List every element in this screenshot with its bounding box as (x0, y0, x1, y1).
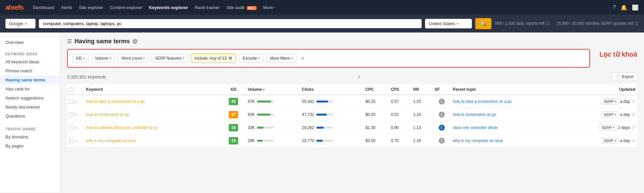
table-row: + how to screenshot on pc 47 92K 47,731 … (67, 108, 637, 121)
rr-value: 1.13 (411, 121, 433, 134)
top-nav: ahrefs Dashboard Alerts Site explorer Co… (0, 0, 644, 15)
search-button[interactable]: 🔍 (475, 18, 491, 29)
col-kd: KD (221, 84, 246, 95)
refresh-icon[interactable]: ↺ (631, 138, 635, 143)
nav-item-site-audit[interactable]: Site audit NEW (226, 4, 257, 11)
keyword-link[interactable]: how to take a screenshot on a pc (86, 99, 145, 104)
country-chevron: ▾ (457, 22, 459, 25)
cps-value: 0.90 (389, 121, 411, 134)
col-sf: SF (433, 84, 451, 95)
parent-topic-link[interactable]: how to screenshot on pc (453, 112, 496, 117)
row-add-btn[interactable]: + (75, 125, 77, 130)
col-clicks: Clicks (300, 84, 363, 95)
country-label: United States (429, 21, 455, 26)
nav-item-dashboard[interactable]: Dashboard (33, 4, 54, 11)
row-checkbox[interactable] (69, 139, 73, 143)
search-bar: Google ▾ United States ▾ 🔍 999 / 1,000 d… (0, 15, 644, 33)
engine-select[interactable]: Google ▾ (5, 19, 36, 28)
sidebar-item-all-keyword-ideas[interactable]: All keyword ideas (0, 57, 60, 66)
cpc-value: $0.25 (363, 95, 389, 108)
sf-icon: 5 (439, 125, 445, 131)
parent-topic-link[interactable]: why is my computer so slow (453, 138, 503, 143)
sidebar: Overview KEYWORD IDEAS All keyword ideas… (0, 33, 60, 192)
keyword-link[interactable]: how to connect xbox one controller to pc (86, 125, 158, 130)
filter-clear-all[interactable]: ✕ (301, 56, 305, 61)
updated-value: 2 days (618, 125, 630, 130)
col-cps: CPS (389, 84, 411, 95)
clicks-value: 55,441 (302, 99, 314, 104)
updated-value: a day (620, 138, 630, 143)
nav-item-site-explorer[interactable]: Site explorer (79, 4, 103, 11)
export-button[interactable]: 📄 Export (611, 72, 637, 81)
sidebar-item-questions[interactable]: Questions (0, 112, 60, 121)
table-row: + how to connect xbox one controller to … (67, 121, 637, 134)
cps-value: 0.70 (389, 134, 411, 147)
engine-chevron: ▾ (25, 22, 27, 25)
sidebar-item-overview[interactable]: Overview (0, 38, 60, 47)
keyword-link[interactable]: how to screenshot on pc (86, 112, 129, 117)
help-icon[interactable]: ? (613, 4, 616, 11)
sidebar-item-having-same-terms[interactable]: Having same terms (0, 75, 60, 84)
nav-item-alerts[interactable]: Alerts (61, 4, 72, 11)
cps-value: 0.52 (389, 108, 411, 121)
col-volume[interactable]: Volume ▾ (246, 84, 300, 95)
filter-word-count[interactable]: Word count ▾ (118, 54, 149, 63)
parent-topic-link[interactable]: xbox one controller driver (453, 125, 498, 130)
filter-serp-features[interactable]: SERP features ▾ (151, 54, 188, 63)
section-info-icon[interactable]: i (132, 39, 138, 44)
parent-topic-link[interactable]: how to take a screenshot on a pc (453, 99, 512, 104)
sidebar-item-phrase-match[interactable]: Phrase match (0, 66, 60, 75)
sidebar-section-title-keyword-ideas: KEYWORD IDEAS (0, 50, 60, 57)
cpc-value: $1.30 (363, 121, 389, 134)
sidebar-item-search-suggestions[interactable]: Search suggestions (0, 93, 60, 103)
search-input[interactable] (39, 19, 422, 28)
row-add-btn[interactable]: + (75, 138, 77, 143)
search-info: 999 / 1,000 daily reports left ⓘ 19,999 … (495, 21, 639, 26)
refresh-icon[interactable]: ↺ (631, 99, 635, 104)
refresh-icon[interactable]: ↺ (631, 112, 635, 117)
daily-reports: 999 / 1,000 daily reports left ⓘ (495, 21, 549, 26)
nav-item-rank-tracker[interactable]: Rank tracker (195, 4, 220, 11)
serp-dropdown[interactable]: SERP ▾ (601, 112, 619, 118)
row-add-btn[interactable]: + (75, 112, 77, 117)
hamburger-icon[interactable]: ☰ (67, 38, 72, 45)
row-add-btn[interactable]: + (75, 99, 77, 104)
col-parent-topic: Parent topic (451, 84, 565, 95)
refresh-icon[interactable]: ↺ (631, 125, 635, 130)
row-checkbox[interactable] (69, 100, 73, 104)
col-keyword: Keyword (84, 84, 221, 95)
sf-icon: 5 (439, 99, 445, 105)
volume-value: 28K (248, 138, 255, 143)
filter-exclude[interactable]: Exclude ▾ (239, 54, 264, 63)
sidebar-item-by-domains[interactable]: By domains (0, 132, 60, 141)
volume-value: 92K (248, 112, 255, 117)
row-checkbox[interactable] (69, 113, 73, 117)
filter-volume[interactable]: Volume ▾ (91, 54, 115, 63)
section-header: ☰ Having same terms i (67, 38, 637, 45)
sidebar-item-also-rank-for[interactable]: Also rank for (0, 84, 60, 93)
filter-kd[interactable]: KD ▾ (72, 54, 89, 63)
export-label: Export (622, 74, 634, 79)
filter-include[interactable]: Include: Any of 13 ✕ (191, 54, 236, 63)
include-close-icon[interactable]: ✕ (228, 56, 232, 61)
keyword-link[interactable]: why is my computer so slow (86, 138, 136, 143)
filter-more-filters[interactable]: More filters ▾ (266, 54, 297, 63)
row-checkbox[interactable] (69, 126, 73, 130)
nav-item-content-explorer[interactable]: Content explorer (110, 4, 142, 11)
sidebar-section-traffic-share: TRAFFIC SHARE By domains By pages (0, 125, 60, 150)
nav-item-more[interactable]: More ▾ (263, 4, 276, 11)
sidebar-section-title-traffic-share: TRAFFIC SHARE (0, 125, 60, 132)
serp-dropdown[interactable]: SERP ▾ (601, 99, 619, 105)
bell-icon[interactable]: 🔔 (621, 4, 627, 11)
sidebar-item-by-pages[interactable]: By pages (0, 141, 60, 150)
nav-item-keywords-explorer[interactable]: Keywords explorer (149, 4, 188, 11)
clicks-value: 19,770 (302, 138, 314, 143)
window-icon[interactable]: ⬜ (632, 4, 639, 11)
kd-badge: 15 (229, 137, 238, 144)
sidebar-item-newly-discovered[interactable]: Newly discovered (0, 103, 60, 112)
sf-icon: 5 (439, 138, 445, 144)
select-all-checkbox[interactable] (69, 87, 73, 92)
country-select[interactable]: United States ▾ (425, 19, 472, 28)
serp-dropdown[interactable]: SERP ▾ (599, 125, 617, 131)
serp-dropdown[interactable]: SERP ▾ (601, 138, 619, 144)
